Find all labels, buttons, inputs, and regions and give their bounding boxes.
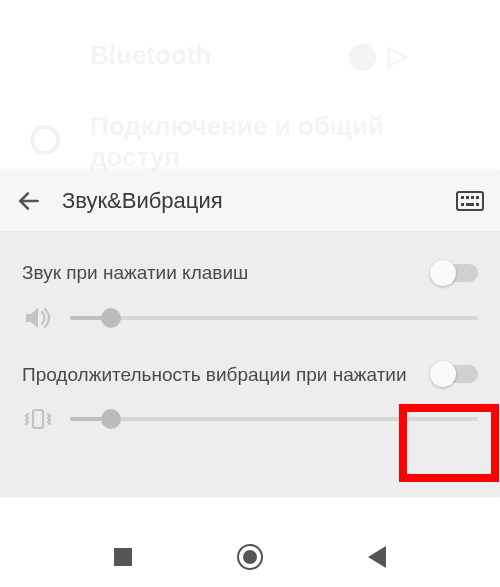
ghost-toggle: ⬤ ▷: [348, 40, 410, 71]
svg-rect-6: [461, 203, 464, 206]
back-icon[interactable]: [16, 188, 42, 214]
svg-rect-4: [471, 196, 474, 199]
vibration-duration-label: Продолжительность вибрации при нажатии: [22, 362, 418, 388]
svg-rect-9: [33, 410, 43, 428]
key-sound-slider-row: [22, 304, 478, 332]
svg-rect-7: [466, 203, 474, 206]
svg-rect-2: [461, 196, 464, 199]
prev-screen-ghost: Bluetooth ⬤ ▷ Подключение и общий доступ: [0, 0, 500, 170]
ghost-bluetooth: Bluetooth: [90, 40, 211, 70]
settings-content: Звук при нажатии клавиш Продолжительност…: [0, 232, 500, 497]
page-title: Звук&Вибрация: [62, 188, 456, 214]
sound-vibration-sheet: Звук&Вибрация Звук при нажатии клавиш Пр…: [0, 170, 500, 497]
highlight-box: [399, 404, 499, 482]
svg-rect-3: [466, 196, 469, 199]
volume-icon: [22, 305, 54, 331]
svg-rect-8: [476, 203, 479, 206]
nav-home-button[interactable]: [230, 544, 270, 570]
svg-rect-1: [457, 192, 483, 210]
nav-back-button[interactable]: [357, 546, 397, 568]
key-sound-label: Звук при нажатии клавиш: [22, 260, 418, 286]
vibration-duration-row: Продолжительность вибрации при нажатии: [22, 362, 478, 388]
ghost-share: Подключение и общий доступ: [90, 111, 410, 173]
keyboard-icon[interactable]: [456, 191, 484, 211]
vibration-icon: [22, 406, 54, 432]
vibration-duration-switch[interactable]: [432, 365, 478, 383]
svg-rect-5: [476, 196, 479, 199]
key-sound-switch[interactable]: [432, 264, 478, 282]
key-sound-slider[interactable]: [70, 304, 478, 332]
appbar: Звук&Вибрация: [0, 170, 500, 232]
android-navbar: [0, 527, 500, 587]
key-sound-row: Звук при нажатии клавиш: [22, 260, 478, 286]
nav-recent-button[interactable]: [103, 548, 143, 566]
